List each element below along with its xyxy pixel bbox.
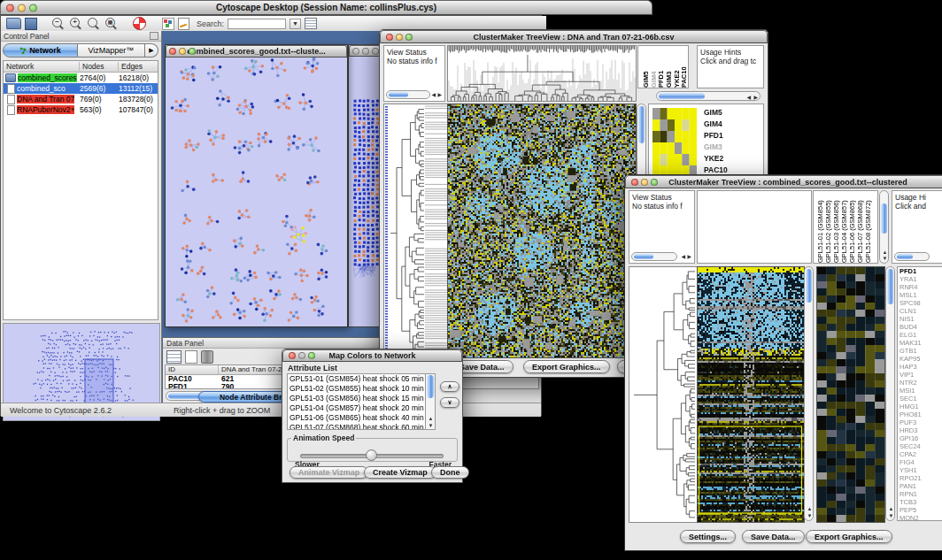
scroll-left-arrow[interactable]: ◀ <box>431 92 436 97</box>
new-attribute-icon[interactable] <box>185 350 197 364</box>
float-panel-icon[interactable] <box>150 32 158 40</box>
tab-network[interactable]: Network <box>3 43 78 58</box>
close-button[interactable] <box>289 352 296 359</box>
attribute-list-vscrollbar[interactable]: ▲ ▼ <box>425 374 435 429</box>
move-up-button[interactable]: ∧ <box>440 381 459 392</box>
zoom-button[interactable] <box>372 48 379 55</box>
gene-list-item[interactable]: MAK31 <box>898 339 942 347</box>
zoom-button[interactable] <box>308 352 315 359</box>
search-input[interactable] <box>228 19 286 29</box>
tv2-global-heatmap[interactable] <box>697 266 805 523</box>
tv1-status-hscrollbar[interactable] <box>386 90 430 99</box>
scroll-left-arrow[interactable]: ◀ <box>746 95 751 100</box>
attribute-list-item[interactable]: GPL51-07 (GSM868) heat shock 60 min <box>288 423 424 430</box>
gene-list-item[interactable]: HMG1 <box>898 403 942 410</box>
scroll-right-arrow[interactable]: ▶ <box>753 95 758 100</box>
scroll-thumb[interactable] <box>659 93 705 99</box>
tv1-column-dendrogram[interactable] <box>447 45 637 102</box>
open-file-icon[interactable] <box>6 18 21 29</box>
scroll-up-arrow[interactable]: ▲ <box>807 506 813 511</box>
attribute-list-item[interactable]: GPL51-04 (GSM857) heat shock 20 min <box>288 403 424 413</box>
move-down-button[interactable]: ∨ <box>440 397 459 408</box>
gene-list-item[interactable]: HRD3 <box>898 426 942 434</box>
save-icon[interactable] <box>25 18 37 30</box>
network-list-row[interactable]: combined_sco2569(6)13112(15) <box>4 83 158 94</box>
gene-list-item[interactable]: CLN1 <box>898 307 942 315</box>
scroll-left-arrow[interactable]: ◀ <box>681 254 685 259</box>
treeview2-titlebar[interactable]: ClusterMaker TreeView : combined_scores_… <box>625 175 942 188</box>
tv2-export-graphics-button[interactable]: Export Graphics... <box>806 530 892 543</box>
tv1-detail-hscrollbar[interactable]: ◀ ▶ <box>656 91 761 101</box>
close-button[interactable] <box>6 4 14 12</box>
scroll-thumb[interactable] <box>881 203 887 234</box>
tv2-detail-vscrollbar[interactable]: ▲ ▼ <box>885 266 895 521</box>
network-window-2-titlebar[interactable] <box>349 45 381 57</box>
gene-list-item[interactable]: NTR2 <box>898 379 942 387</box>
gene-list-item[interactable]: PEP5 <box>898 506 942 514</box>
done-button[interactable]: Done <box>431 466 469 479</box>
tv2-settings-button[interactable]: Settings... <box>680 530 736 543</box>
tv2-top-vscrollbar[interactable]: ▲ ▼ <box>879 190 889 264</box>
gene-list-item[interactable]: MSL1 <box>898 291 942 299</box>
zoom-in-icon[interactable]: + <box>69 17 83 31</box>
zoom-selected-icon[interactable]: ▣ <box>104 17 119 31</box>
gene-list-item[interactable]: NIS1 <box>898 315 942 323</box>
gene-list-item[interactable]: BUD4 <box>898 323 942 331</box>
network-canvas-2[interactable] <box>349 57 379 325</box>
scroll-down-arrow[interactable]: ▼ <box>889 513 894 518</box>
attribute-list-item[interactable]: GPL51-06 (GSM865) heat shock 40 min <box>288 413 424 423</box>
scroll-thumb[interactable] <box>887 269 893 304</box>
zoom-out-icon[interactable]: − <box>51 17 66 31</box>
gene-list-item[interactable]: PFD1 <box>898 267 942 275</box>
gene-list-item[interactable]: KAP95 <box>898 355 942 363</box>
network-window-2[interactable] <box>348 44 382 327</box>
gene-list-item[interactable]: ELG1 <box>898 331 942 339</box>
gene-list-item[interactable]: HAP3 <box>898 363 942 371</box>
gene-list-item[interactable]: RPN1 <box>898 490 942 498</box>
gene-list-item[interactable]: MON2 <box>898 514 942 521</box>
speed-slider-thumb[interactable] <box>366 449 377 461</box>
gene-list-item[interactable]: TCB3 <box>898 498 942 506</box>
minimize-button[interactable] <box>179 48 186 55</box>
gene-list-item[interactable]: YRA1 <box>898 275 942 283</box>
scroll-right-arrow[interactable]: ▶ <box>437 92 442 97</box>
tv1-global-heatmap[interactable] <box>447 104 637 358</box>
scroll-thumb[interactable] <box>806 269 812 303</box>
network-list-header[interactable]: Network Nodes Edges <box>4 61 158 73</box>
close-button[interactable] <box>352 48 359 55</box>
gene-list-item[interactable]: FIG4 <box>898 458 942 466</box>
tv1-export-graphics-button[interactable]: Export Graphics... <box>523 360 610 373</box>
delete-attribute-icon[interactable] <box>201 350 213 364</box>
zoom-button[interactable] <box>29 4 37 12</box>
tv2-detail-heatmap[interactable] <box>816 266 885 523</box>
gene-list-item[interactable]: SEC24 <box>898 442 942 450</box>
zoom-button[interactable] <box>189 48 196 55</box>
zoom-fit-icon[interactable] <box>87 17 101 31</box>
tv2-save-data-button[interactable]: Save Data... <box>742 530 805 543</box>
tab-more-arrow[interactable]: ▶ <box>145 43 158 58</box>
create-vizmap-button[interactable]: Create Vizmap <box>364 466 436 479</box>
gene-list-item[interactable]: YSH1 <box>898 466 942 474</box>
vizmap-nodes-icon[interactable] <box>162 18 174 30</box>
network-canvas-1[interactable] <box>166 58 345 325</box>
search-dropdown-arrow[interactable]: ▼ <box>290 19 301 29</box>
annotation-icon[interactable] <box>178 18 189 30</box>
gene-list-item[interactable]: MSI1 <box>898 387 942 395</box>
minimize-button[interactable] <box>298 352 305 359</box>
network-list-row[interactable]: combined_scores2764(0)16218(0) <box>4 73 158 83</box>
attribute-list-item[interactable]: GPL51-01 (GSM854) heat shock 05 min <box>288 374 424 384</box>
dialog-titlebar[interactable]: Map Colors to Network <box>282 349 462 362</box>
minimize-button[interactable] <box>362 48 369 55</box>
tv2-usage-hscrollbar[interactable] <box>894 252 930 261</box>
scroll-thumb[interactable] <box>897 254 913 259</box>
scroll-up-arrow[interactable]: ▲ <box>883 249 888 255</box>
scroll-thumb[interactable] <box>634 254 653 259</box>
network-window-1[interactable]: combined_scores_good.txt--cluste... <box>165 44 348 327</box>
attribute-table-icon[interactable] <box>166 350 181 364</box>
gene-list-item[interactable]: GPI16 <box>898 434 942 442</box>
scroll-up-arrow[interactable]: ▲ <box>889 506 894 511</box>
zoom-button[interactable] <box>405 34 413 41</box>
network-window-1-titlebar[interactable]: combined_scores_good.txt--cluste... <box>166 45 347 58</box>
main-titlebar[interactable]: Cytoscape Desktop (Session Name: collins… <box>0 0 652 15</box>
scroll-thumb[interactable] <box>389 92 408 97</box>
